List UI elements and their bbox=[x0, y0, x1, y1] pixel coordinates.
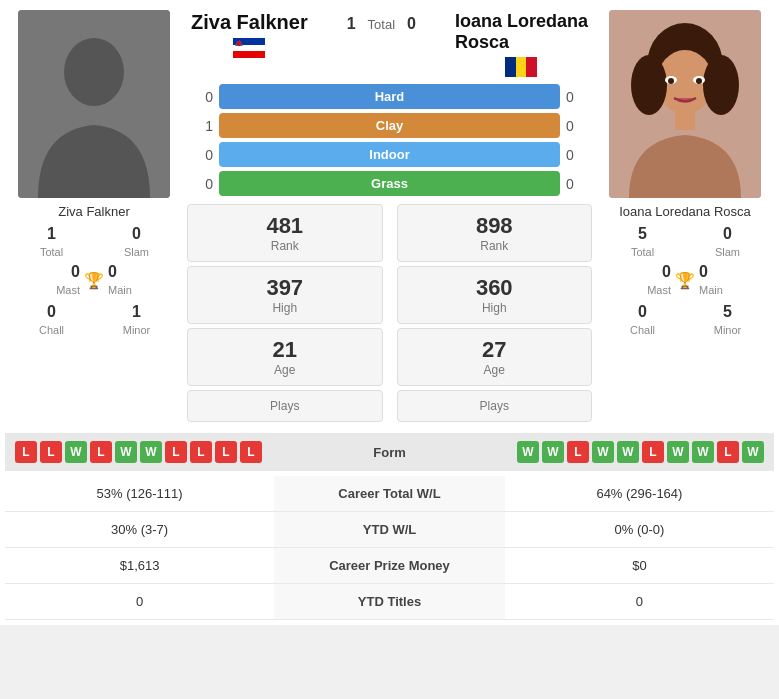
left-form-5: W bbox=[115, 441, 137, 463]
right-plays-box: Plays bbox=[397, 390, 593, 422]
right-rank-box: 898 Rank bbox=[397, 204, 593, 262]
prize-money-row: $1,613 Career Prize Money $0 bbox=[5, 548, 774, 584]
total-score: 1 Total 0 bbox=[347, 5, 416, 37]
right-player-col: Ioana Loredana Rosca 5 Total 0 Slam 0 Ma… bbox=[596, 5, 774, 344]
left-form-3: W bbox=[65, 441, 87, 463]
right-bottom-stats: 0 Chall 5 Minor bbox=[601, 301, 769, 339]
form-section: L L W L W W L L L L Form W W L W W L W W… bbox=[5, 433, 774, 471]
right-center-name: Ioana LoredanaRosca bbox=[455, 11, 588, 53]
ytd-titles-right: 0 bbox=[505, 584, 774, 620]
left-age-box: 21 Age bbox=[187, 328, 383, 386]
header-row: Ziva Falkner 1 Total 0 Slam 0 Mast 🏆 bbox=[5, 5, 774, 428]
right-form-badges: W W L W W L W W L W bbox=[517, 441, 764, 463]
left-chall: 0 Chall bbox=[10, 301, 93, 339]
ytd-wl-left: 30% (3-7) bbox=[5, 512, 274, 548]
left-bottom-stats: 0 Chall 1 Minor bbox=[10, 301, 178, 339]
high-boxes-row: 397 High 360 High bbox=[183, 264, 596, 326]
left-form-2: L bbox=[40, 441, 62, 463]
ytd-wl-right: 0% (0-0) bbox=[505, 512, 774, 548]
right-form-3: L bbox=[567, 441, 589, 463]
right-chall: 0 Chall bbox=[601, 301, 684, 339]
surface-rows: 0 Hard 0 1 Clay 0 0 Indoor 0 bbox=[183, 82, 596, 198]
right-rank-value: 898 bbox=[402, 213, 588, 239]
plays-row: Plays Plays bbox=[183, 388, 596, 428]
clay-button[interactable]: Clay bbox=[219, 113, 560, 138]
left-form-4: L bbox=[90, 441, 112, 463]
total-label: Total bbox=[368, 17, 395, 32]
prize-label: Career Prize Money bbox=[274, 548, 505, 584]
hard-button[interactable]: Hard bbox=[219, 84, 560, 109]
right-trophy-row: 0 Mast 🏆 0 Main bbox=[601, 263, 769, 297]
svg-rect-12 bbox=[526, 57, 537, 77]
right-form-2: W bbox=[542, 441, 564, 463]
left-total-score: 1 bbox=[347, 15, 356, 33]
left-form-badges: L L W L W W L L L L bbox=[15, 441, 262, 463]
left-trophy-row: 0 Mast 🏆 0 Main bbox=[10, 263, 178, 297]
left-form-8: L bbox=[190, 441, 212, 463]
svg-point-1 bbox=[64, 38, 124, 106]
surface-row-grass: 0 Grass 0 bbox=[183, 169, 596, 198]
right-name-flag: Ioana LoredanaRosca bbox=[455, 5, 588, 82]
ytd-wl-row: 30% (3-7) YTD W/L 0% (0-0) bbox=[5, 512, 774, 548]
svg-point-17 bbox=[703, 55, 739, 115]
center-stat-boxes: 481 Rank 898 Rank bbox=[183, 198, 596, 264]
stats-table: 53% (126-111) Career Total W/L 64% (296-… bbox=[5, 476, 774, 620]
left-plays-box: Plays bbox=[187, 390, 383, 422]
right-total-wins: 5 Total bbox=[601, 223, 684, 261]
surface-row-indoor: 0 Indoor 0 bbox=[183, 140, 596, 169]
indoor-button[interactable]: Indoor bbox=[219, 142, 560, 167]
grass-button[interactable]: Grass bbox=[219, 171, 560, 196]
right-form-7: W bbox=[667, 441, 689, 463]
left-player-name: Ziva Falkner bbox=[58, 204, 130, 219]
left-rank-box: 481 Rank bbox=[187, 204, 383, 262]
right-rank-label: Rank bbox=[402, 239, 588, 253]
right-mast: 0 Mast bbox=[601, 263, 671, 297]
left-rank-label: Rank bbox=[192, 239, 378, 253]
right-flag bbox=[505, 57, 537, 77]
left-form-9: L bbox=[215, 441, 237, 463]
right-form-5: W bbox=[617, 441, 639, 463]
right-slam-wins: 0 Slam bbox=[686, 223, 769, 261]
right-stats-grid: 5 Total 0 Slam bbox=[601, 223, 769, 261]
svg-rect-11 bbox=[516, 57, 526, 77]
ytd-titles-row: 0 YTD Titles 0 bbox=[5, 584, 774, 620]
right-minor: 5 Minor bbox=[686, 301, 769, 339]
right-form-8: W bbox=[692, 441, 714, 463]
right-form-6: L bbox=[642, 441, 664, 463]
right-main: 0 Main bbox=[699, 263, 769, 297]
right-high-box: 360 High bbox=[397, 266, 593, 324]
surface-row-clay: 1 Clay 0 bbox=[183, 111, 596, 140]
left-stats-grid: 1 Total 0 Slam bbox=[10, 223, 178, 261]
left-total-wins: 1 Total bbox=[10, 223, 93, 261]
right-form-4: W bbox=[592, 441, 614, 463]
career-total-right: 64% (296-164) bbox=[505, 476, 774, 512]
left-main: 0 Main bbox=[108, 263, 178, 297]
left-rank-value: 481 bbox=[192, 213, 378, 239]
left-high-box: 397 High bbox=[187, 266, 383, 324]
player-comparison: Ziva Falkner 1 Total 0 Slam 0 Mast 🏆 bbox=[0, 0, 779, 625]
center-col: Ziva Falkner bbox=[183, 5, 596, 428]
right-trophy-icon: 🏆 bbox=[675, 272, 695, 289]
ytd-titles-left: 0 bbox=[5, 584, 274, 620]
surface-row-hard: 0 Hard 0 bbox=[183, 82, 596, 111]
right-player-photo bbox=[609, 10, 761, 198]
left-slam-wins: 0 Slam bbox=[95, 223, 178, 261]
left-form-6: W bbox=[140, 441, 162, 463]
career-total-row: 53% (126-111) Career Total W/L 64% (296-… bbox=[5, 476, 774, 512]
left-player-photo bbox=[18, 10, 170, 198]
left-flag bbox=[233, 38, 265, 58]
svg-point-22 bbox=[696, 78, 702, 84]
svg-point-16 bbox=[631, 55, 667, 115]
svg-point-21 bbox=[668, 78, 674, 84]
right-form-10: W bbox=[742, 441, 764, 463]
ytd-wl-label: YTD W/L bbox=[274, 512, 505, 548]
form-label: Form bbox=[350, 445, 430, 460]
svg-rect-18 bbox=[675, 110, 695, 130]
left-player-col: Ziva Falkner 1 Total 0 Slam 0 Mast 🏆 bbox=[5, 5, 183, 344]
svg-rect-4 bbox=[233, 51, 265, 58]
ytd-titles-label: YTD Titles bbox=[274, 584, 505, 620]
career-total-left: 53% (126-111) bbox=[5, 476, 274, 512]
career-total-label: Career Total W/L bbox=[274, 476, 505, 512]
age-boxes-row: 21 Age 27 Age bbox=[183, 326, 596, 388]
left-minor: 1 Minor bbox=[95, 301, 178, 339]
